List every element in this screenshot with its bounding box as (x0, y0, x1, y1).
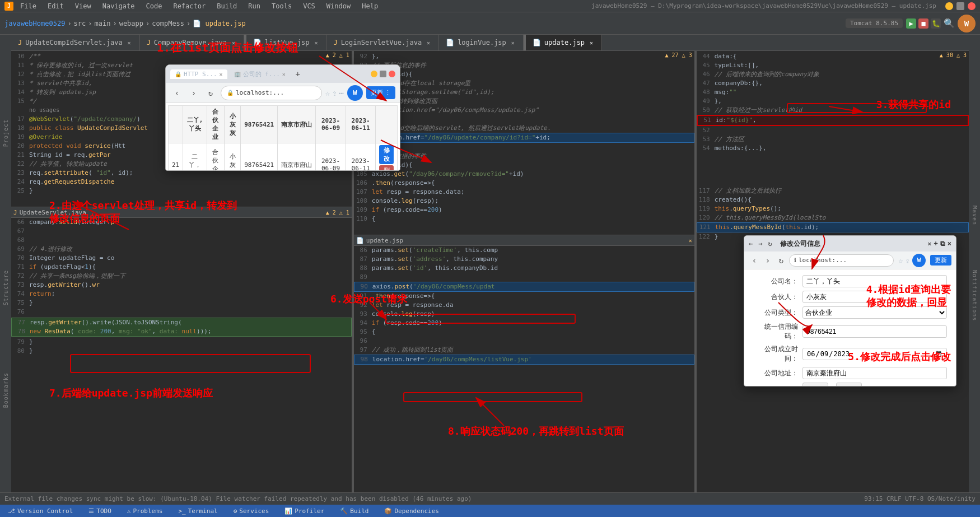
structure-sidebar-label[interactable]: Structure (3, 270, 9, 305)
bottom-services[interactable]: ⚙ Services (230, 506, 273, 516)
path-file[interactable]: 📄 update.jsp (193, 20, 245, 27)
submit-button[interactable]: 修改 (802, 383, 828, 386)
tab-label5: loginVue.jsp (458, 39, 506, 46)
popup-expand-icon[interactable]: + (934, 240, 938, 248)
code-line: 106 .then(response=>{ (354, 179, 694, 188)
browser-back[interactable]: ‹ (170, 86, 184, 100)
browser-settings[interactable]: ⋯ (339, 89, 344, 97)
browser-tab-http[interactable]: 🔒 HTTP S... ✕ (170, 69, 227, 79)
date-input[interactable] (802, 348, 947, 360)
maven-sidebar-label[interactable]: Maven (972, 206, 978, 225)
win-minimize[interactable] (945, 2, 953, 10)
profiler-label: Profiler (295, 507, 324, 515)
tab-loginservlet[interactable]: J LoginServletVue.java ✕ (326, 35, 439, 50)
win-maximize[interactable] (956, 2, 964, 10)
delete-button[interactable]: 删除 (379, 165, 394, 171)
path-main[interactable]: main (95, 20, 111, 27)
popup-close-icon[interactable]: ✕ (927, 240, 931, 248)
code-line: 25 } (11, 187, 352, 195)
address-input[interactable] (802, 367, 947, 379)
bottom-dependencies[interactable]: 📦 Dependencies (381, 506, 442, 516)
tab-icon4: J (333, 39, 337, 46)
popup-refresh[interactable]: ↻ (776, 255, 787, 266)
warning-middle: ▲ 27 △ 3 (665, 52, 692, 58)
reset-button[interactable]: 重置 (836, 383, 862, 386)
menu-code[interactable]: Code (144, 1, 165, 11)
tab-loginvue[interactable]: 📄 loginVue.jsp ✕ (439, 35, 524, 50)
menu-refactor[interactable]: Refactor (171, 1, 208, 11)
tab-close[interactable]: ✕ (126, 39, 133, 46)
browser-win-close[interactable] (389, 71, 395, 77)
menu-build[interactable]: Build (214, 1, 239, 11)
tab-updatecompidservlet[interactable]: J UpdateCompIdServlet.java ✕ (11, 35, 140, 50)
tab-updatejsp[interactable]: 📄 update.jsp ✕ (526, 35, 602, 50)
table-header-partner: 小灰灰 (225, 106, 241, 143)
browser-win-min[interactable] (371, 71, 377, 77)
user-avatar[interactable]: W (958, 15, 976, 32)
stop-button[interactable]: ■ (918, 18, 928, 29)
tab-close5[interactable]: ✕ (510, 39, 516, 46)
path-compmess[interactable]: compMess (152, 20, 184, 27)
credit-input[interactable] (802, 325, 947, 338)
popup-newwin-icon[interactable]: ⧉ (940, 240, 945, 248)
company-name-input[interactable] (802, 275, 947, 287)
browser-tab-company-close[interactable]: ✕ (282, 71, 286, 77)
tab-companyremove[interactable]: J CompanyRemove.java ✕ (140, 35, 244, 50)
popup-back[interactable]: ‹ (749, 255, 760, 266)
bottom-build[interactable]: 🔨 Build (337, 506, 372, 516)
popup-close-btn[interactable]: × (948, 240, 951, 248)
browser-update-button[interactable]: 更新 ⋮ (366, 86, 395, 99)
popup-update-btn[interactable]: 更新 (930, 255, 951, 266)
menu-help[interactable]: Help (360, 1, 380, 11)
tab-listvue[interactable]: 📄 listVue.jsp ✕ (246, 35, 326, 50)
bottom-version-control[interactable]: ⎇ Version Control (4, 506, 76, 516)
tab-close2[interactable]: ✕ (230, 39, 237, 46)
browser-bookmark[interactable]: ☆ (325, 89, 330, 97)
popup-forward[interactable]: › (762, 255, 773, 266)
browser-address-bar[interactable]: 🔒 localhost:... (221, 86, 322, 100)
browser-new-tab[interactable]: + (292, 68, 304, 80)
menu-tools[interactable]: Tools (269, 1, 294, 11)
browser-win-max[interactable] (380, 71, 386, 77)
edit-button[interactable]: 修改 (379, 145, 394, 164)
menu-file[interactable]: File (18, 1, 39, 11)
project-name[interactable]: javawebHome0529 (4, 20, 65, 27)
popup-share[interactable]: ⇪ (906, 256, 910, 265)
browser-share[interactable]: ⇪ (332, 89, 337, 97)
bottom-todo[interactable]: ☰ TODO (85, 506, 115, 516)
project-sidebar-label[interactable]: Project (3, 119, 9, 147)
tab-close4[interactable]: ✕ (425, 39, 432, 46)
menu-vcs[interactable]: VCS (301, 1, 318, 11)
browser-tab-close[interactable]: ✕ (220, 71, 223, 77)
path-webapp[interactable]: webapp (119, 20, 143, 27)
browser-refresh[interactable]: ↻ (204, 86, 217, 100)
bottom-terminal[interactable]: >_ Terminal (175, 506, 221, 516)
tab-close6[interactable]: ✕ (588, 39, 595, 46)
menu-edit[interactable]: Edit (45, 1, 66, 11)
path-sep4: › (146, 20, 150, 27)
menu-navigate[interactable]: Navigate (100, 1, 137, 11)
browser-forward[interactable]: › (187, 86, 200, 100)
debug-button[interactable]: 🐛 (931, 18, 941, 29)
browser-tab-company[interactable]: 🏢 公司的 f... ✕ (230, 69, 290, 80)
popup-bookmark[interactable]: ☆ (898, 256, 903, 265)
bookmarks-sidebar-label[interactable]: Bookmarks (3, 372, 9, 408)
type-select[interactable]: 合伙企业 有限公司 股份公司 (802, 306, 947, 319)
popup-address[interactable]: ℹ localhost:... (789, 254, 894, 267)
path-src[interactable]: src (74, 20, 86, 27)
toolbar: javawebHome0529 › src › main › webapp › … (0, 12, 980, 35)
menu-view[interactable]: View (73, 1, 94, 11)
popup-user-avatar[interactable]: W (912, 254, 926, 267)
partner-input[interactable] (802, 291, 947, 303)
bottom-profiler[interactable]: 📊 Profiler (281, 506, 328, 516)
browser-user-avatar[interactable]: W (347, 85, 363, 101)
bottom-problems[interactable]: ⚠ Problems (124, 506, 166, 516)
tab-close3[interactable]: ✕ (312, 39, 319, 46)
search-button[interactable]: 🔍 (944, 18, 954, 29)
notifications-sidebar-label[interactable]: Notifications (972, 270, 978, 321)
menu-window[interactable]: Window (324, 1, 353, 11)
win-close[interactable] (968, 2, 976, 10)
menu-run[interactable]: Run (246, 1, 263, 11)
sub-tab-icon-close[interactable]: ✕ (689, 237, 692, 244)
run-button[interactable]: ▶ (906, 18, 916, 29)
